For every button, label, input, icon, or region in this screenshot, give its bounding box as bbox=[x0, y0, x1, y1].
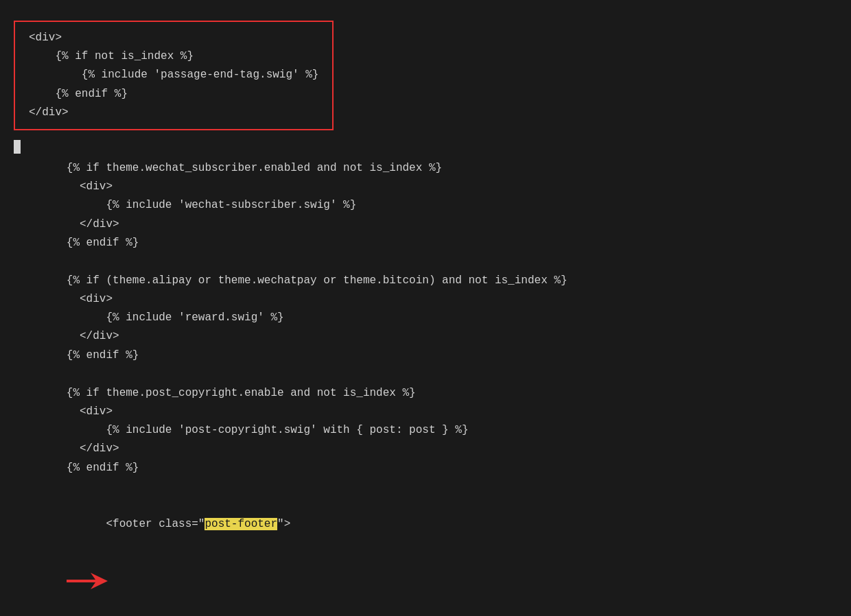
post-footer-highlight: post-footer bbox=[205, 518, 277, 530]
alipay-line-4: </div> bbox=[14, 327, 837, 346]
copyright-line-5: {% endif %} bbox=[14, 459, 837, 477]
copyright-line-1: {% if theme.post_copyright.enable and no… bbox=[14, 384, 837, 403]
alipay-line-5: {% endif %} bbox=[14, 346, 837, 365]
copyright-line-3: {% include 'post-copyright.swig' with { … bbox=[14, 421, 837, 440]
alipay-line-1: {% if (theme.alipay or theme.wechatpay o… bbox=[14, 272, 837, 290]
alipay-line-2: <div> bbox=[14, 290, 837, 309]
wechat-section: {% if theme.wechat_subscriber.enabled an… bbox=[14, 159, 837, 252]
red-arrow-icon bbox=[14, 575, 108, 606]
wechat-line-4: </div> bbox=[14, 215, 837, 234]
cursor-block bbox=[14, 140, 21, 154]
footer-prefix: <footer class=" bbox=[54, 518, 205, 530]
footer-class-line: <footer class="post-footer"> bbox=[14, 497, 837, 616]
redbox-line-2: {% if not is_index %} bbox=[29, 47, 318, 66]
alipay-line-3: {% include 'reward.swig' %} bbox=[14, 309, 837, 327]
copyright-line-2: <div> bbox=[14, 403, 837, 421]
svg-marker-0 bbox=[67, 573, 108, 589]
footer-section: <footer class="post-footer"> {% if post.… bbox=[14, 497, 837, 616]
redbox-line-5: </div> bbox=[29, 104, 318, 122]
copyright-line-4: </div> bbox=[14, 440, 837, 458]
wechat-line-5: {% endif %} bbox=[14, 234, 837, 252]
redbox-line-3: {% include 'passage-end-tag.swig' %} bbox=[29, 66, 318, 84]
code-container: <div> {% if not is_index %} {% include '… bbox=[0, 0, 851, 616]
red-box-section: <div> {% if not is_index %} {% include '… bbox=[14, 21, 334, 130]
copyright-section: {% if theme.post_copyright.enable and no… bbox=[14, 384, 837, 477]
redbox-line-1: <div> bbox=[29, 29, 318, 47]
alipay-section: {% if (theme.alipay or theme.wechatpay o… bbox=[14, 272, 837, 365]
footer-suffix: "> bbox=[277, 518, 290, 530]
redbox-line-4: {% endif %} bbox=[29, 85, 318, 104]
wechat-line-2: <div> bbox=[14, 178, 837, 196]
wechat-line-1: {% if theme.wechat_subscriber.enabled an… bbox=[14, 159, 837, 178]
cursor-row bbox=[14, 137, 837, 156]
wechat-line-3: {% include 'wechat-subscriber.swig' %} bbox=[14, 196, 837, 215]
